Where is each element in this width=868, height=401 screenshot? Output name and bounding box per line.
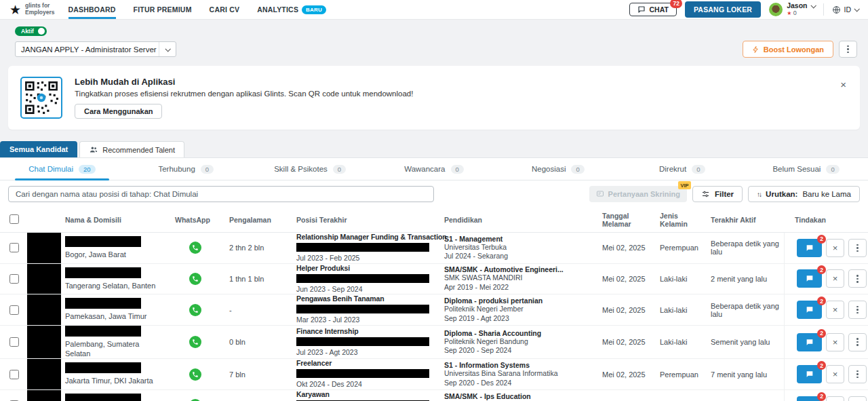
job-select-dropdown[interactable]: JANGAN APPLY - Administrator Server <box>15 41 176 57</box>
candidate-education-period: Sep 2019 - Agt 2023 <box>444 314 587 324</box>
whatsapp-icon[interactable] <box>189 242 201 254</box>
open-chat-button[interactable]: 2 <box>797 239 822 257</box>
candidate-applied-date: Mei 02, 2025 <box>591 233 650 263</box>
open-chat-button[interactable]: 2 <box>797 333 822 351</box>
post-job-button[interactable]: PASANG LOKER <box>685 1 761 18</box>
whatsapp-icon[interactable] <box>189 368 201 381</box>
chat-bubble-icon <box>805 338 814 347</box>
header-education: Pendidikan <box>434 216 591 224</box>
whatsapp-icon[interactable] <box>189 273 201 285</box>
row-menu-button[interactable] <box>848 239 867 257</box>
stage-tab[interactable]: Direkrut 0 <box>620 158 744 180</box>
candidate-row[interactable]: Bogor, Jawa Barat 2 thn 2 bln Relationsh… <box>0 233 868 264</box>
vip-badge: VIP <box>678 181 691 189</box>
chat-bubble-icon <box>805 305 814 314</box>
row-menu-button[interactable] <box>848 269 867 288</box>
select-all-checkbox[interactable] <box>9 214 19 224</box>
tab-semua-kandidat[interactable]: Semua Kandidat <box>0 141 77 157</box>
reject-button[interactable]: × <box>826 269 844 288</box>
stage-tab-count: 20 <box>79 165 96 174</box>
job-status-toggle[interactable]: Aktif <box>15 26 47 36</box>
candidate-photo-redacted <box>27 294 61 325</box>
tab-recommended-talent[interactable]: Recommended Talent <box>79 141 184 157</box>
kebab-icon <box>856 275 859 277</box>
screening-questions-button: Pertanyaan Skrining VIP <box>589 186 687 202</box>
reject-button[interactable]: × <box>826 365 844 383</box>
glints-logo[interactable]: ★ glints for Employers <box>9 3 55 16</box>
open-chat-button[interactable]: 2 <box>797 269 822 288</box>
header-actions: Tindakan <box>784 216 868 224</box>
open-chat-button[interactable]: 2 <box>797 396 822 401</box>
whatsapp-icon[interactable] <box>189 336 201 348</box>
baru-badge: BARU <box>302 5 326 14</box>
stage-tab[interactable]: Terhubung 0 <box>124 158 248 180</box>
logo-line1: glints for <box>25 2 50 9</box>
stage-tab[interactable]: Chat Dimulai 20 <box>0 158 124 180</box>
open-chat-button[interactable]: 2 <box>797 365 822 383</box>
stage-tab[interactable]: Skill & Psikotes 0 <box>248 158 372 180</box>
open-chat-button[interactable]: 2 <box>797 301 822 319</box>
job-menu-button[interactable] <box>839 41 857 58</box>
stage-tab[interactable]: Negosiasi 0 <box>496 158 620 180</box>
stage-tab-label: Skill & Psikotes <box>274 165 328 173</box>
candidate-row[interactable]: Jakarta Timur, DKI Jakarta 7 bln Freelan… <box>0 359 868 390</box>
candidate-row[interactable]: Tangerang Selatan, Banten 1 thn 1 bln He… <box>0 264 868 295</box>
stage-tab-label: Belum Sesuai <box>772 165 821 173</box>
reject-button[interactable]: × <box>826 239 844 257</box>
avatar <box>769 3 783 16</box>
candidate-education-degree: S1 - Information Systems <box>444 361 587 369</box>
nav-item[interactable]: FITUR PREMIUM <box>134 0 192 19</box>
row-checkbox[interactable] <box>9 305 19 315</box>
stage-tab-count: 0 <box>692 165 705 174</box>
candidate-row[interactable]: Sinjai, Sulawesi Selatan 0 bln Karyawan … <box>0 390 868 401</box>
candidate-education-school: Politeknik Negeri Bandung <box>444 337 587 347</box>
row-checkbox[interactable] <box>9 370 19 379</box>
row-menu-button[interactable] <box>848 365 867 383</box>
candidate-position-period: Mar 2023 - Jul 2023 <box>296 316 431 325</box>
candidate-gender: Perempuan <box>650 233 701 263</box>
candidate-experience: 1 thn 1 bln <box>221 264 283 294</box>
candidates-table-body: Bogor, Jawa Barat 2 thn 2 bln Relationsh… <box>0 233 868 401</box>
reject-button[interactable]: × <box>826 301 844 319</box>
row-menu-button[interactable] <box>848 396 867 401</box>
nav-item[interactable]: CARI CV <box>210 0 240 19</box>
reject-button[interactable]: × <box>826 396 844 401</box>
row-menu-button[interactable] <box>848 301 867 319</box>
candidate-name-redacted <box>65 267 141 278</box>
candidate-row[interactable]: Palembang, Sumatera Selatan 0 bln Financ… <box>0 326 868 360</box>
kebab-icon <box>856 306 859 308</box>
filter-button[interactable]: Filter <box>692 186 743 202</box>
whatsapp-icon[interactable] <box>189 304 201 316</box>
divider <box>823 3 824 16</box>
header-gender: Jenis Kelamin <box>650 212 701 228</box>
search-input[interactable] <box>8 186 434 202</box>
chat-unread-badge: 72 <box>670 0 682 8</box>
row-checkbox[interactable] <box>9 337 19 347</box>
candidate-experience: 2 thn 2 bln <box>221 233 283 263</box>
sort-button[interactable]: ↑↓ Urutkan: Baru ke Lama <box>748 186 860 202</box>
boost-job-button[interactable]: Boost Lowongan <box>743 41 833 58</box>
candidate-last-position: Karyawan <box>296 390 431 398</box>
candidate-location: Jakarta Timur, DKI Jakarta <box>65 377 170 386</box>
row-checkbox[interactable] <box>9 243 19 252</box>
stage-tab-label: Chat Dimulai <box>28 165 73 173</box>
candidate-row[interactable]: Pamekasan, Jawa Timur - Pengawas Benih T… <box>0 294 868 326</box>
nav-item[interactable]: DASHBOARD <box>68 0 116 19</box>
nav-item[interactable]: ANALYTICS BARU <box>257 0 326 19</box>
banner-close-icon[interactable]: × <box>840 79 846 90</box>
row-checkbox[interactable] <box>9 274 19 284</box>
boost-label: Boost Lowongan <box>764 45 824 54</box>
reject-button[interactable]: × <box>826 333 844 351</box>
stage-tab[interactable]: Belum Sesuai 0 <box>744 158 868 180</box>
qr-code <box>20 77 62 119</box>
candidate-position-period: Jun 2023 - Sep 2024 <box>296 285 431 294</box>
how-to-use-button[interactable]: Cara Menggunakan <box>75 104 162 119</box>
candidate-gender: Laki-laki <box>650 390 701 401</box>
chevron-down-icon <box>854 6 859 12</box>
chat-button[interactable]: CHAT 72 <box>629 3 677 16</box>
row-menu-button[interactable] <box>848 333 867 351</box>
stage-tab[interactable]: Wawancara 0 <box>372 158 496 180</box>
language-selector[interactable]: ID <box>832 5 859 14</box>
user-menu[interactable]: Jason ★ 0 <box>769 2 814 16</box>
filter-sliders-icon <box>701 190 710 198</box>
